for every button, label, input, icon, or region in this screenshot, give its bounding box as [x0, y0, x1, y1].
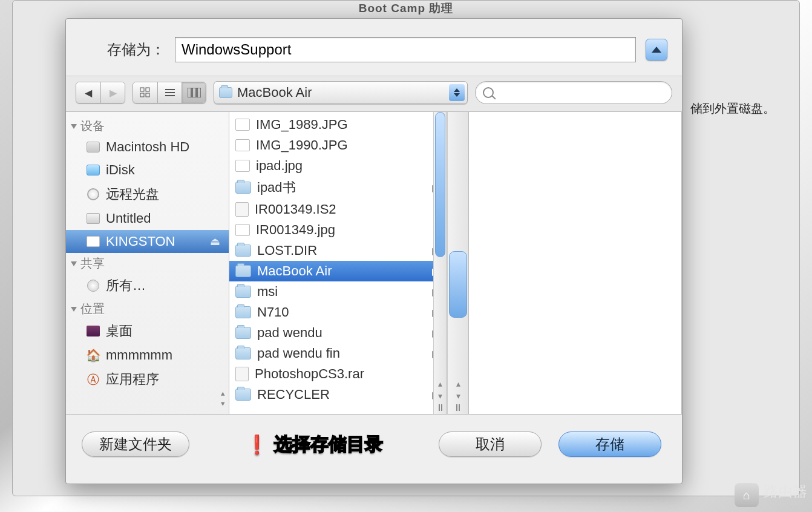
image-file-icon: [235, 160, 250, 172]
folder-icon: [235, 306, 251, 318]
sidebar-item-label: iDisk: [106, 162, 135, 178]
sidebar-item--[interactable]: 所有…: [66, 273, 229, 298]
sidebar-item-label: 应用程序: [106, 370, 159, 389]
sidebar-section-header[interactable]: 位置: [66, 298, 229, 318]
sidebar-item-mmmmmm[interactable]: 🏠mmmmmm: [66, 344, 229, 367]
file-item[interactable]: ipad.jpg: [229, 156, 447, 176]
document-file-icon: [235, 367, 249, 381]
column-view-button[interactable]: [182, 82, 206, 103]
back-button[interactable]: ◀: [76, 82, 100, 103]
sidebar-section-header[interactable]: 共享: [66, 253, 229, 273]
scroll-down-icon[interactable]: ▾: [438, 390, 442, 402]
home-icon: 🏠: [85, 349, 101, 362]
file-item-label: IR001349.jpg: [256, 222, 335, 238]
sidebar-item-label: 桌面: [106, 322, 133, 340]
file-item-label: MacBook Air: [257, 263, 332, 279]
scroll-down-icon[interactable]: ▾: [456, 390, 460, 402]
filename-input[interactable]: [175, 37, 636, 62]
scroll-pause-icon: ⏸: [436, 402, 445, 414]
hard-drive-icon: [85, 140, 101, 154]
folder-icon: [219, 87, 232, 98]
view-switcher: [133, 82, 206, 103]
file-item[interactable]: IR001349.jpg: [229, 220, 447, 240]
scroll-pause-icon: ⏸: [453, 402, 463, 414]
sidebar-item-idisk[interactable]: iDisk: [66, 159, 229, 182]
file-item[interactable]: pad wendu▶: [229, 323, 447, 343]
path-stepper[interactable]: [449, 84, 465, 101]
column-scrollbar[interactable]: ▴ ▾ ⏸: [447, 112, 468, 414]
path-popup[interactable]: MacBook Air: [214, 81, 468, 104]
save-button[interactable]: 存储: [558, 432, 661, 457]
sheet-bottom-bar: 新建文件夹 ❗ 选择存储目录 取消 存储: [66, 415, 682, 471]
disclosure-triangle-icon: [71, 307, 77, 312]
sidebar-item-label: KINGSTON: [106, 234, 175, 249]
document-file-icon: [235, 202, 249, 217]
sidebar-item-label: 远程光盘: [106, 185, 159, 203]
column-scrollbar[interactable]: ▴ ▾ ⏸: [433, 112, 447, 414]
svg-rect-9: [197, 88, 201, 97]
save-as-label: 存储为：: [80, 40, 165, 59]
sidebar-item--[interactable]: 桌面: [66, 318, 229, 344]
icon-view-button[interactable]: [133, 82, 157, 103]
file-item-label: RECYCLER: [257, 387, 330, 402]
file-item[interactable]: ipad书▶: [229, 176, 447, 199]
file-item-label: pad wendu: [257, 325, 323, 341]
folder-icon: [235, 286, 251, 298]
search-icon: [483, 87, 494, 98]
file-item-label: N710: [257, 304, 289, 320]
list-view-button[interactable]: [157, 82, 182, 103]
folder-icon: [235, 389, 251, 401]
file-item[interactable]: IR001349.IS2: [229, 199, 447, 220]
optical-disc-icon: [85, 188, 101, 201]
file-item[interactable]: pad wendu fin▶: [229, 343, 447, 364]
annotation-callout: ❗ 选择存储目录: [246, 432, 383, 457]
sidebar-item--[interactable]: 远程光盘: [66, 182, 229, 207]
cancel-button[interactable]: 取消: [439, 432, 542, 457]
sidebar-item-label: 所有…: [106, 277, 146, 295]
file-item-label: ipad书: [257, 179, 296, 197]
sidebar-item-untitled[interactable]: Untitled: [66, 207, 229, 230]
file-item[interactable]: IMG_1989.JPG: [229, 114, 447, 135]
file-item[interactable]: N710▶: [229, 302, 447, 323]
folder-icon: [235, 347, 251, 359]
sidebar-item-macintosh-hd[interactable]: Macintosh HD: [66, 136, 229, 159]
svg-rect-2: [140, 93, 144, 97]
sidebar-item-kingston[interactable]: KINGSTON⏏: [66, 230, 229, 253]
grid-icon: [140, 87, 151, 98]
forward-button[interactable]: ▶: [100, 82, 125, 103]
file-item[interactable]: PhotoshopCS3.rar: [229, 364, 447, 384]
sidebar-item-label: Macintosh HD: [106, 139, 189, 155]
image-file-icon: [235, 119, 250, 131]
desktop-icon: [85, 324, 101, 338]
file-item[interactable]: IMG_1990.JPG: [229, 135, 447, 156]
watermark-url: luyouqi.com: [764, 499, 807, 506]
file-item-label: IMG_1989.JPG: [256, 117, 348, 133]
file-item[interactable]: MacBook Air▶: [229, 261, 447, 281]
folder-icon: [235, 182, 251, 194]
file-item[interactable]: LOST.DIR▶: [229, 240, 447, 261]
collapse-disclosure-button[interactable]: [646, 39, 667, 61]
callout-text: 选择存储目录: [274, 432, 383, 457]
sidebar-section-header[interactable]: 设备: [66, 116, 229, 136]
watermark: ⌂ 路由器 luyouqi.com: [735, 483, 807, 507]
file-item[interactable]: msi▶: [229, 281, 447, 302]
eject-icon[interactable]: ⏏: [210, 235, 220, 248]
file-item-label: PhotoshopCS3.rar: [255, 366, 364, 382]
sidebar-item--[interactable]: Ⓐ应用程序: [66, 367, 229, 392]
browser-toolbar: ◀ ▶ MacBook Air: [66, 76, 682, 112]
save-as-row: 存储为：: [66, 19, 682, 76]
search-field[interactable]: [475, 81, 672, 104]
file-item-label: LOST.DIR: [257, 243, 317, 258]
sidebar-scroll-arrows[interactable]: ▴▾: [217, 387, 229, 412]
window-title: Boot Camp 助理: [13, 1, 799, 16]
svg-rect-8: [192, 88, 196, 97]
disclosure-triangle-icon: [71, 261, 77, 266]
file-item-label: IMG_1990.JPG: [256, 137, 348, 153]
svg-rect-7: [188, 88, 191, 97]
watermark-name: 路由器: [764, 484, 807, 499]
scroll-up-icon[interactable]: ▴: [456, 378, 460, 390]
file-item[interactable]: RECYCLER▶: [229, 384, 447, 405]
new-folder-button[interactable]: 新建文件夹: [82, 432, 189, 457]
scroll-up-icon[interactable]: ▴: [438, 378, 442, 390]
disclosure-triangle-icon: [71, 124, 77, 129]
